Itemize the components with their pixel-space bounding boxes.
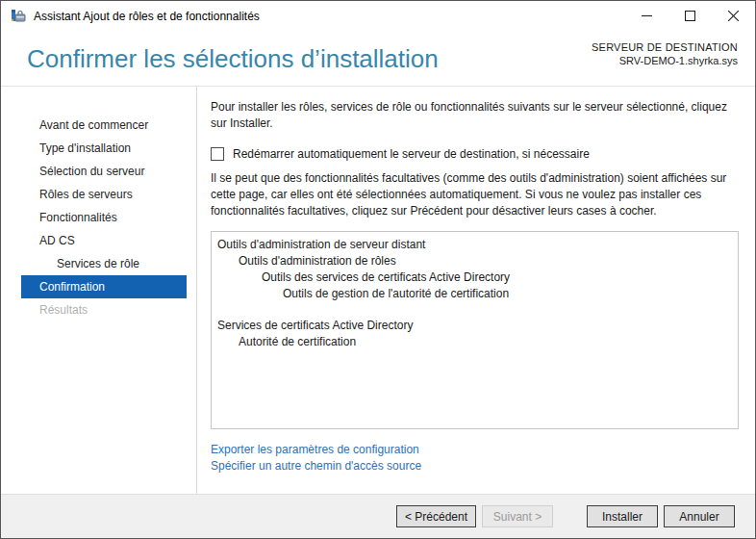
links-block: Exporter les paramètres de configuration… xyxy=(211,442,739,475)
nav-item-avant-de-commencer[interactable]: Avant de commencer xyxy=(21,114,187,137)
nav-item-selection-serveur[interactable]: Sélection du serveur xyxy=(21,160,187,183)
destination-server-name: SRV-DEMO-1.shyrka.sys xyxy=(592,54,738,67)
nav-item-resultats: Résultats xyxy=(21,298,187,321)
wizard-body: Avant de commencer Type d'installation S… xyxy=(1,87,755,494)
tree-item: Outils d'administration de rôles xyxy=(212,253,738,270)
nav-item-type-installation[interactable]: Type d'installation xyxy=(21,137,187,160)
tree-item: Services de certificats Active Directory xyxy=(212,318,738,334)
close-icon xyxy=(728,11,739,21)
restart-checkbox-row[interactable]: Redémarrer automatiquement le serveur de… xyxy=(211,147,739,161)
wizard-window: Assistant Ajout de rôles et de fonctionn… xyxy=(0,0,756,539)
tree-item: Outils des services de certificats Activ… xyxy=(212,270,738,286)
close-button[interactable] xyxy=(712,1,755,31)
nav-item-services-de-role[interactable]: Services de rôle xyxy=(21,252,187,275)
page-title: Confirmer les sélections d’installation xyxy=(27,44,439,74)
maximize-icon xyxy=(685,11,695,21)
minimize-icon xyxy=(642,11,652,21)
tree-spacer xyxy=(212,302,738,318)
server-manager-icon xyxy=(11,9,26,24)
intro-text: Pour installer les rôles, services de rô… xyxy=(211,99,739,132)
wizard-footer: < Précédent Suivant > Installer Annuler xyxy=(1,494,755,538)
alternate-source-path-link[interactable]: Spécifier un autre chemin d'accès source xyxy=(211,458,739,475)
tree-item: Outils de gestion de l'autorité de certi… xyxy=(212,286,738,302)
tree-item: Autorité de certification xyxy=(212,334,738,350)
previous-button[interactable]: < Précédent xyxy=(396,505,476,527)
restart-checkbox[interactable] xyxy=(211,147,224,161)
nav-item-confirmation[interactable]: Confirmation xyxy=(21,275,187,298)
tree-item: Outils d'administration de serveur dista… xyxy=(212,237,738,253)
next-button: Suivant > xyxy=(482,505,553,527)
export-settings-link[interactable]: Exporter les paramètres de configuration xyxy=(211,442,739,458)
window-title: Assistant Ajout de rôles et de fonctionn… xyxy=(34,10,625,23)
restart-checkbox-label: Redémarrer automatiquement le serveur de… xyxy=(233,147,590,161)
destination-server-block: SERVEUR DE DESTINATION SRV-DEMO-1.shyrka… xyxy=(592,40,738,67)
cancel-button[interactable]: Annuler xyxy=(664,505,735,527)
optional-features-note: Il se peut que des fonctionnalités facul… xyxy=(211,170,739,219)
destination-server-label: SERVEUR DE DESTINATION xyxy=(592,40,738,54)
selected-items-listbox: Outils d'administration de serveur dista… xyxy=(211,231,739,429)
titlebar: Assistant Ajout de rôles et de fonctionn… xyxy=(1,1,755,31)
confirmation-page: Pour installer les rôles, services de rô… xyxy=(197,87,755,494)
wizard-header: Confirmer les sélections d’installation … xyxy=(1,31,755,87)
nav-item-roles-serveurs[interactable]: Rôles de serveurs xyxy=(21,183,187,206)
maximize-button[interactable] xyxy=(668,1,712,31)
wizard-nav: Avant de commencer Type d'installation S… xyxy=(1,87,197,494)
window-controls xyxy=(625,1,755,31)
minimize-button[interactable] xyxy=(625,1,668,31)
install-button[interactable]: Installer xyxy=(587,505,658,527)
nav-item-fonctionnalites[interactable]: Fonctionnalités xyxy=(21,206,187,229)
nav-item-ad-cs[interactable]: AD CS xyxy=(21,229,187,252)
